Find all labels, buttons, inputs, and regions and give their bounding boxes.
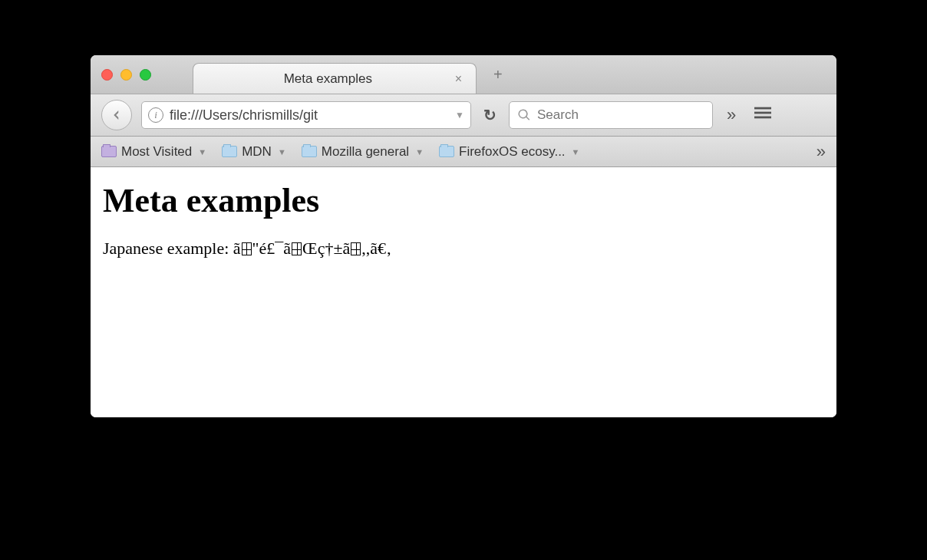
chevron-down-icon: ▼ — [278, 147, 286, 156]
folder-icon — [222, 146, 237, 157]
tofu-glyph — [351, 242, 361, 255]
bookmark-label: Mozilla general — [322, 144, 409, 160]
chevron-down-icon: ▼ — [198, 147, 206, 156]
bookmark-label: Most Visited — [121, 144, 192, 160]
folder-icon — [302, 146, 317, 157]
hamburger-menu-button[interactable] — [750, 104, 776, 126]
page-content: Meta examples Japanese example: ã"é£¯ãŒç… — [91, 167, 836, 417]
back-button[interactable] — [101, 100, 132, 130]
reload-button[interactable]: ↻ — [483, 106, 496, 124]
url-dropdown-icon[interactable]: ▼ — [455, 110, 464, 120]
search-bar[interactable] — [509, 101, 713, 129]
bookmark-mozilla-general[interactable]: Mozilla general ▼ — [302, 144, 424, 160]
tofu-glyph — [292, 242, 302, 255]
new-tab-button[interactable]: + — [493, 66, 503, 84]
toolbar-overflow-button[interactable]: » — [722, 105, 741, 125]
search-icon — [517, 108, 531, 122]
toolbar: i file:///Users/chrismills/git ▼ ↻ » — [91, 94, 836, 137]
page-heading: Meta examples — [103, 181, 824, 220]
tab-bar: Meta examples × + — [91, 55, 836, 94]
mojibake-text: ã"é£¯ãŒç†±ã,,ã€‚ — [233, 239, 392, 258]
maximize-window-button[interactable] — [140, 69, 151, 81]
url-bar[interactable]: i file:///Users/chrismills/git ▼ — [141, 101, 471, 129]
svg-rect-0 — [754, 107, 771, 110]
chevron-down-icon: ▼ — [415, 147, 424, 156]
svg-rect-1 — [754, 112, 771, 114]
search-input[interactable] — [537, 107, 704, 123]
browser-tab[interactable]: Meta examples × — [193, 63, 477, 94]
bookmarks-overflow-button[interactable]: » — [816, 142, 826, 162]
bookmarks-bar: Most Visited ▼ MDN ▼ Mozilla general ▼ F… — [91, 137, 836, 167]
bookmark-label: MDN — [242, 144, 272, 160]
folder-icon — [439, 146, 454, 157]
minimize-window-button[interactable] — [120, 69, 132, 81]
url-text: file:///Users/chrismills/git — [170, 107, 449, 124]
site-info-icon[interactable]: i — [148, 107, 163, 123]
page-paragraph: Japanese example: ã"é£¯ãŒç†±ã,,ã€‚ — [103, 239, 824, 259]
bookmark-most-visited[interactable]: Most Visited ▼ — [101, 144, 206, 160]
svg-rect-2 — [754, 117, 771, 119]
bookmark-firefoxos[interactable]: FirefoxOS ecosy... ▼ — [439, 144, 579, 160]
chevron-down-icon: ▼ — [572, 147, 580, 156]
tab-title: Meta examples — [207, 71, 449, 87]
close-tab-icon[interactable]: × — [455, 72, 462, 86]
bookmark-mdn[interactable]: MDN ▼ — [222, 144, 286, 160]
folder-icon — [101, 146, 117, 157]
close-window-button[interactable] — [101, 69, 113, 81]
window-controls — [101, 69, 151, 81]
browser-window: Meta examples × + i file:///Users/chrism… — [91, 55, 836, 417]
paragraph-prefix: Japanese example: — [103, 239, 233, 258]
bookmark-label: FirefoxOS ecosy... — [459, 144, 566, 160]
tofu-glyph — [242, 242, 252, 255]
